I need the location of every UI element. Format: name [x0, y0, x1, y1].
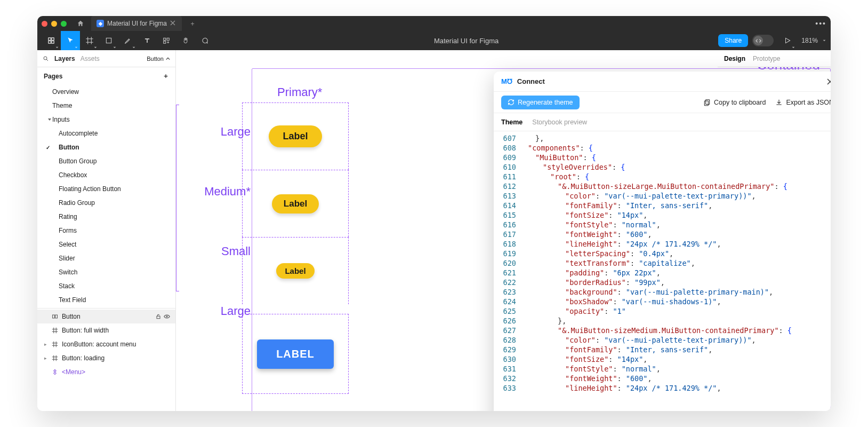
- canvas[interactable]: Contained Primary* LargeMedium*SmallLarg…: [176, 50, 831, 411]
- row-label: Medium*: [187, 185, 251, 199]
- svg-rect-6: [167, 38, 169, 40]
- page-item[interactable]: Autocomplete: [37, 126, 175, 140]
- dev-mode-toggle[interactable]: [752, 35, 774, 46]
- button-variant[interactable]: Label: [276, 263, 314, 279]
- page-item[interactable]: Theme: [37, 99, 175, 113]
- button-variant[interactable]: Label: [272, 194, 319, 213]
- page-item[interactable]: Stack: [37, 279, 175, 293]
- layer-item[interactable]: ▸IconButton: account menu: [37, 337, 175, 351]
- close-panel-button[interactable]: [826, 78, 831, 85]
- layer-caret-icon[interactable]: ▸: [43, 355, 48, 361]
- code-line: },: [520, 133, 831, 143]
- line-number: 613: [496, 191, 516, 201]
- window-menu-button[interactable]: •••: [815, 19, 826, 28]
- chevron-up-icon: [166, 57, 170, 61]
- code-line: "fontStyle": "normal",: [520, 364, 831, 374]
- code-line: "textTransform": "capitalize",: [520, 258, 831, 268]
- row-label: Small: [187, 244, 251, 258]
- code-line: "fontFamily": "Inter, sans-serif",: [520, 345, 831, 354]
- row-label: Large: [187, 125, 251, 139]
- home-button[interactable]: [74, 17, 87, 30]
- close-window-button[interactable]: [42, 21, 47, 27]
- page-item[interactable]: Floating Action Button: [37, 182, 175, 196]
- layer-item[interactable]: ▸Button: loading: [37, 351, 175, 365]
- prototype-tab[interactable]: Prototype: [753, 55, 780, 62]
- code-editor[interactable]: 6076086096106116126136146156166176186196…: [494, 131, 831, 411]
- button-variant[interactable]: Label: [269, 125, 322, 147]
- resources-button[interactable]: [157, 31, 176, 50]
- theme-tab[interactable]: Theme: [501, 118, 523, 126]
- page-item[interactable]: Rating: [37, 210, 175, 224]
- text-tool-button[interactable]: [138, 31, 157, 50]
- layer-item[interactable]: Button: full width: [37, 323, 175, 337]
- line-number: 612: [496, 181, 516, 191]
- unlock-icon[interactable]: [155, 313, 162, 320]
- design-tab[interactable]: Design: [724, 55, 745, 62]
- storybook-tab[interactable]: Storybook preview: [532, 118, 587, 126]
- eye-icon[interactable]: [164, 313, 170, 320]
- line-number: 610: [496, 162, 516, 172]
- page-item[interactable]: Overview: [37, 85, 175, 99]
- page-item[interactable]: Text Field: [37, 293, 175, 307]
- page-dropdown[interactable]: Button: [147, 56, 170, 62]
- layer-caret-icon[interactable]: ▸: [43, 342, 48, 347]
- close-tab-icon[interactable]: [170, 20, 176, 27]
- page-item[interactable]: Radio Group: [37, 196, 175, 210]
- svg-rect-12: [704, 101, 708, 106]
- page-item-label: Button: [59, 144, 79, 151]
- export-icon: [775, 99, 783, 106]
- page-item[interactable]: Forms: [37, 224, 175, 238]
- layer-item[interactable]: Button: [37, 310, 175, 323]
- main-menu-button[interactable]: [42, 31, 61, 50]
- export-label: Export as JSON: [786, 99, 831, 106]
- maximize-window-button[interactable]: [61, 21, 67, 27]
- page-item-label: Autocomplete: [59, 130, 98, 137]
- layer-item[interactable]: <Menu>: [37, 365, 175, 379]
- present-button[interactable]: [778, 31, 797, 50]
- clipboard-icon: [703, 99, 711, 106]
- export-json-button[interactable]: Export as JSON: [775, 99, 831, 106]
- line-number: 619: [496, 249, 516, 258]
- layers-tab[interactable]: Layers: [54, 55, 75, 62]
- document-tab[interactable]: ◆ Material UI for Figma: [91, 16, 182, 31]
- zoom-level[interactable]: 181%: [801, 37, 818, 44]
- frame-tool-button[interactable]: [80, 31, 99, 50]
- search-icon[interactable]: [43, 56, 49, 62]
- comment-tool-button[interactable]: [195, 31, 214, 50]
- regenerate-theme-button[interactable]: Regenerate theme: [501, 96, 580, 109]
- line-number: 622: [496, 278, 516, 287]
- line-number: 608: [496, 143, 516, 153]
- minimize-window-button[interactable]: [51, 21, 57, 27]
- page-item[interactable]: Switch: [37, 265, 175, 279]
- page-item[interactable]: Slider: [37, 251, 175, 265]
- page-item[interactable]: Checkbox: [37, 168, 175, 182]
- move-tool-button[interactable]: [61, 31, 80, 50]
- hand-tool-button[interactable]: [176, 31, 195, 50]
- svg-rect-7: [164, 41, 166, 43]
- code-line: "lineHeight": "24px /* 171.429% */",: [520, 239, 831, 249]
- layer-label: Button: loading: [62, 354, 170, 362]
- copy-to-clipboard-button[interactable]: Copy to clipboard: [703, 99, 766, 106]
- share-button[interactable]: Share: [718, 34, 748, 47]
- page-item[interactable]: ✓Button: [37, 140, 175, 154]
- mui-logo-icon: MƱ: [501, 77, 513, 85]
- button-variant[interactable]: LABEL: [257, 339, 334, 369]
- line-number: 623: [496, 287, 516, 297]
- page-item[interactable]: Select: [37, 238, 175, 251]
- shape-tool-button[interactable]: [99, 31, 118, 50]
- svg-rect-4: [106, 38, 111, 43]
- page-item[interactable]: Inputs: [37, 113, 175, 126]
- svg-rect-11: [706, 99, 710, 104]
- new-tab-button[interactable]: ＋: [189, 19, 196, 28]
- pen-tool-button[interactable]: [118, 31, 138, 50]
- copy-label: Copy to clipboard: [714, 99, 766, 106]
- connect-header[interactable]: MƱ Connect: [494, 72, 831, 92]
- code-line: "opacity": "1": [520, 306, 831, 316]
- button-variant-grid: LabelLabelLabelLABEL: [242, 102, 349, 394]
- assets-tab[interactable]: Assets: [81, 55, 100, 62]
- add-page-button[interactable]: ＋: [163, 72, 169, 81]
- layer-label: Button: [62, 313, 152, 320]
- code-line: "boxShadow": "var(--mui-shadows-1)",: [520, 297, 831, 306]
- page-item-label: Radio Group: [59, 199, 95, 207]
- page-item[interactable]: Button Group: [37, 154, 175, 168]
